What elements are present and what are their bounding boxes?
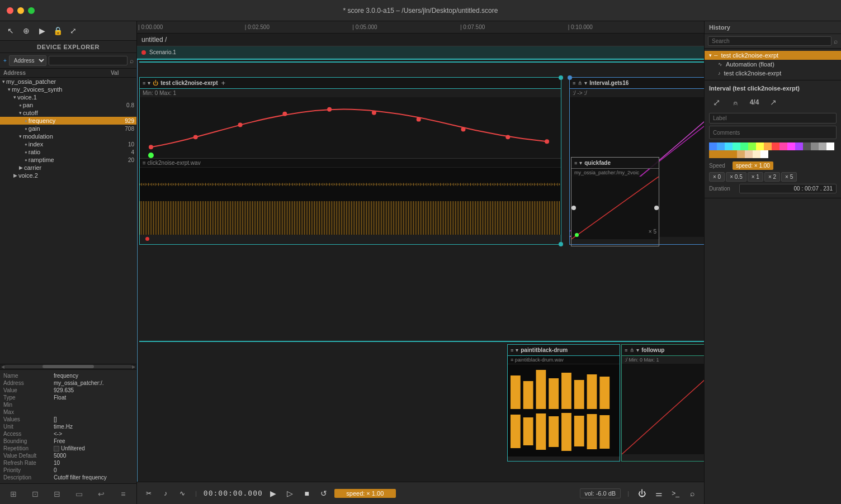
split-icon-button[interactable]: ⍝	[728, 95, 743, 110]
tree-item[interactable]: ▾ modulation	[0, 132, 136, 140]
speed-x5-button[interactable]: × 5	[781, 172, 797, 182]
tree-item[interactable]: ▶ voice.2	[0, 172, 136, 179]
music-transport-button[interactable]: ♪	[159, 487, 172, 500]
scroll-right[interactable]: ▶	[132, 364, 135, 369]
add-tool[interactable]: ⊕	[20, 25, 32, 37]
search-transport-button[interactable]: ⌕	[686, 487, 698, 500]
color-swatch[interactable]	[803, 142, 811, 150]
scissors-transport-button[interactable]: ✂	[143, 487, 155, 500]
tree-item[interactable]: ▾ my_ossia_patcher	[0, 78, 136, 85]
terminal-transport-button[interactable]: >_	[669, 487, 682, 500]
color-swatch[interactable]	[725, 142, 733, 150]
label-input[interactable]	[709, 113, 837, 123]
maximize-button[interactable]	[28, 7, 35, 14]
sliders-transport-button[interactable]: ⚌	[653, 487, 665, 500]
drag-handle[interactable]: ≡	[625, 348, 627, 353]
speed-x0-button[interactable]: × 0	[709, 172, 725, 182]
time-sig-icon-button[interactable]: 4/4	[747, 95, 762, 110]
chevron-icon[interactable]: ▾	[584, 80, 587, 86]
tree-item[interactable]: ● pan 0.8	[0, 101, 136, 109]
color-swatch[interactable]	[717, 142, 725, 150]
address-search-input[interactable]	[49, 56, 127, 65]
stop-button[interactable]: ■	[301, 487, 313, 500]
color-swatch[interactable]	[772, 142, 779, 150]
chevron-icon[interactable]: ▾	[148, 80, 150, 86]
color-swatch[interactable]	[760, 150, 768, 158]
color-swatch-wide[interactable]	[709, 150, 737, 158]
cursor-tool[interactable]: ↖	[4, 25, 17, 37]
scrollbar-thumb[interactable]	[42, 365, 93, 368]
resize-tool[interactable]: ⤢	[67, 25, 79, 37]
interval-quickfade[interactable]: ≡ ▾ quickfade my_ossia_patcher:/my_2voic	[571, 157, 659, 246]
add-address-button[interactable]: +	[3, 58, 7, 64]
arrow-icon-button[interactable]: ↗	[766, 95, 781, 110]
color-swatch[interactable]	[740, 142, 748, 150]
handle-mid-right[interactable]	[654, 206, 659, 210]
play-button[interactable]: ▶	[267, 487, 280, 500]
interval-click2noise[interactable]: ≡ ▾ ⏻ test click2noise-exrpt + Min: 0 Ma…	[139, 77, 561, 245]
color-swatch[interactable]	[753, 150, 760, 158]
history-item-audio[interactable]: ♪ test click2noise-exrpt	[705, 69, 841, 78]
tree-item[interactable]: ● gain 708	[0, 125, 136, 132]
box-tool-button[interactable]: ▭	[73, 487, 86, 501]
color-swatch[interactable]	[811, 142, 819, 150]
tree-item[interactable]: ▶ carrier	[0, 164, 136, 172]
drag-handle[interactable]: ≡	[511, 348, 513, 353]
handle-top-right[interactable]	[559, 75, 563, 80]
chevron-icon[interactable]: ▾	[516, 347, 518, 353]
score-canvas[interactable]: Scenario.1 ≡ ▾ ⏻ test click2noise-exrpt …	[137, 46, 704, 482]
power-transport-button[interactable]: ⏻	[636, 487, 648, 500]
speed-x05-button[interactable]: × 0.5	[726, 172, 746, 182]
color-swatch[interactable]	[737, 150, 745, 158]
color-swatch[interactable]	[787, 142, 795, 150]
chevron-icon[interactable]: ▾	[636, 347, 639, 353]
list-tool-button[interactable]: ≡	[116, 487, 130, 501]
tree-item[interactable]: ▾ my_2voices_synth	[0, 85, 136, 93]
tree-item[interactable]: ● ratio 4	[0, 148, 136, 156]
handle-bottom-right[interactable]	[559, 242, 563, 246]
color-swatch[interactable]	[748, 142, 756, 150]
history-item-click2noise[interactable]: ▾ ─ test click2noise-exrpt	[705, 51, 841, 60]
drag-handle[interactable]: ≡	[143, 80, 145, 86]
comments-input[interactable]	[709, 126, 837, 139]
tree-item[interactable]: ▾ voice.1	[0, 93, 136, 101]
expand-icon-button[interactable]: ⤢	[709, 95, 724, 110]
color-swatch[interactable]	[709, 142, 717, 150]
history-search-input[interactable]	[708, 36, 831, 46]
drag-handle[interactable]: ≡	[573, 80, 575, 86]
chevron-icon[interactable]: ▾	[579, 160, 582, 166]
address-filter-select[interactable]: Address	[9, 55, 46, 66]
interval-paintitblack[interactable]: ≡ ▾ paintitblack-drum ≡ paintitblack-dru…	[507, 344, 620, 462]
interval-power-icon[interactable]: ⏻	[153, 80, 158, 86]
minimize-button[interactable]	[17, 7, 24, 14]
tree-item[interactable]: ● ramptime 20	[0, 156, 136, 164]
interval-add-button[interactable]: +	[221, 79, 226, 87]
curve-transport-button[interactable]: ∿	[176, 487, 188, 500]
handle-top-left[interactable]	[568, 75, 572, 80]
grid-tool-button[interactable]: ⊞	[7, 487, 20, 501]
color-swatch[interactable]	[756, 142, 764, 150]
tree-item[interactable]: ▾ cutoff	[0, 109, 136, 117]
play-tool[interactable]: ▶	[36, 25, 48, 37]
transport-vol-display[interactable]: vol: -6.0 dB	[580, 488, 621, 498]
history-tool-button[interactable]: ↩	[95, 487, 108, 501]
color-swatch[interactable]	[779, 142, 787, 150]
lock-tool[interactable]: 🔒	[51, 25, 64, 37]
transport-speed-display[interactable]: speed: × 1.00	[334, 489, 396, 498]
color-swatch[interactable]	[745, 150, 753, 158]
interval-followup[interactable]: ≡ ⋔ ▾ followup :/ Min: 0 Max: 1	[621, 344, 704, 462]
color-swatch[interactable]	[826, 142, 834, 150]
tree-item[interactable]: ● index 10	[0, 140, 136, 148]
color-swatch[interactable]	[733, 142, 740, 150]
tree-item-frequency[interactable]: ● frequency 929	[0, 117, 136, 125]
close-button[interactable]	[7, 7, 13, 14]
folder-tool-button[interactable]: ⊟	[50, 487, 64, 501]
loop-button[interactable]: ↺	[318, 487, 330, 500]
handle-mid-left[interactable]	[571, 206, 576, 210]
color-swatch[interactable]	[819, 142, 826, 150]
speed-x1-button[interactable]: × 1	[748, 172, 763, 182]
color-swatch[interactable]	[764, 142, 772, 150]
play-step-button[interactable]: ▷	[284, 487, 296, 500]
color-swatch[interactable]	[795, 142, 803, 150]
speed-value[interactable]: speed: × 1.00	[733, 161, 773, 170]
